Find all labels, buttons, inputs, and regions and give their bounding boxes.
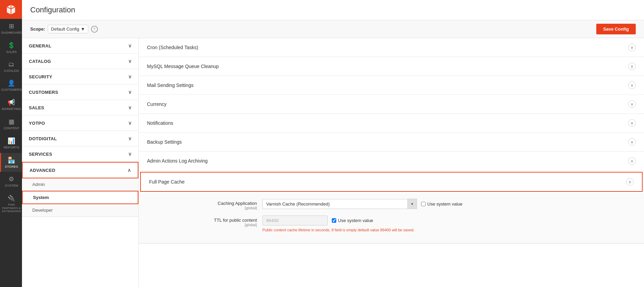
sidebar-label-partners: FIND PARTNERS & EXTENSIONS: [2, 203, 21, 213]
nav-label-advanced: ADVANCED: [30, 168, 55, 173]
currency-toggle[interactable]: ∨: [628, 100, 636, 108]
config-section-header-mysql[interactable]: MySQL Message Queue Cleanup ∨: [139, 57, 644, 76]
caching-app-use-system-label: Use system value: [427, 201, 463, 207]
sidebar-item-content[interactable]: ▦ CONTENT: [0, 114, 22, 134]
sidebar-label-content: CONTENT: [4, 126, 20, 130]
ttl-public-row: TTL for public content [global] Use syst…: [147, 216, 636, 232]
scope-value: Default Config: [51, 26, 79, 32]
chevron-yotpo: ∨: [128, 120, 132, 126]
caching-app-use-system[interactable]: Use system value: [421, 201, 463, 207]
chevron-security: ∨: [128, 74, 132, 79]
customers-icon: 👤: [8, 79, 15, 87]
caching-app-sub: [global]: [147, 206, 257, 210]
caching-app-select[interactable]: Varnish Cache (Recommended): [262, 199, 407, 209]
nav-section-advanced: ADVANCED ∧ Admin System Developer: [22, 162, 138, 217]
chevron-customers: ∨: [128, 89, 132, 95]
nav-sub-item-developer[interactable]: Developer: [22, 204, 138, 217]
ttl-input[interactable]: [262, 216, 328, 225]
save-config-button[interactable]: Save Config: [596, 24, 636, 34]
caching-app-select-wrapper: Varnish Cache (Recommended) ▼: [262, 199, 417, 209]
caching-app-checkbox[interactable]: [421, 202, 426, 206]
chevron-catalog: ∨: [128, 58, 132, 64]
mail-toggle[interactable]: ∨: [628, 81, 636, 89]
cron-toggle[interactable]: ∨: [628, 44, 636, 51]
sidebar-item-customers[interactable]: 👤 CUSTOMERS: [0, 76, 22, 95]
chevron-advanced: ∧: [127, 167, 131, 173]
nav-label-customers: CUSTOMERS: [29, 90, 58, 95]
nav-section-dotdigital: DOTDIGITAL ∨: [22, 131, 138, 146]
nav-section-header-yotpo[interactable]: YOTPO ∨: [22, 115, 138, 131]
admin-actions-toggle[interactable]: ∨: [628, 157, 636, 165]
nav-section-header-advanced[interactable]: ADVANCED ∧: [22, 162, 138, 178]
caching-app-dropdown-arrow[interactable]: ▼: [407, 199, 417, 209]
nav-section-header-security[interactable]: SECURITY ∨: [22, 69, 138, 84]
ttl-checkbox[interactable]: [332, 218, 336, 223]
nav-sub-item-admin[interactable]: Admin: [22, 178, 138, 191]
nav-section-header-dotdigital[interactable]: DOTDIGITAL ∨: [22, 131, 138, 146]
page-header: Configuration: [22, 0, 644, 20]
main-content: Configuration Scope: Default Config ▼ ? …: [22, 0, 644, 287]
scope-left: Scope: Default Config ▼ ?: [30, 25, 98, 33]
config-section-header-currency[interactable]: Currency ∨: [139, 95, 644, 113]
sidebar-item-marketing[interactable]: 📢 MARKETING: [0, 95, 22, 114]
notifications-toggle[interactable]: ∨: [628, 119, 636, 127]
mail-label: Mail Sending Settings: [147, 82, 193, 88]
sidebar: ⊞ DASHBOARD 💲 SALES 🗂 CATALOG 👤 CUSTOMER…: [0, 0, 22, 287]
sidebar-item-system[interactable]: ⚙ SYSTEM: [0, 172, 22, 191]
fpc-label: Full Page Cache: [149, 179, 185, 185]
help-icon[interactable]: ?: [91, 26, 98, 33]
currency-label: Currency: [147, 101, 167, 107]
mysql-toggle[interactable]: ∨: [628, 63, 636, 70]
nav-sub-item-system[interactable]: System: [22, 191, 138, 204]
system-icon: ⚙: [9, 175, 14, 183]
ttl-use-system-label: Use system value: [338, 218, 373, 223]
nav-section-header-customers[interactable]: CUSTOMERS ∨: [22, 85, 138, 100]
chevron-sales: ∨: [128, 105, 132, 110]
nav-section-general: GENERAL ∨: [22, 38, 138, 54]
sidebar-item-catalog[interactable]: 🗂 CATALOG: [0, 57, 22, 76]
ttl-label-col: TTL for public content [global]: [147, 216, 257, 227]
stores-icon: 🏪: [8, 156, 15, 164]
ttl-use-system[interactable]: Use system value: [332, 218, 373, 223]
admin-actions-label: Admin Actions Log Archiving: [147, 158, 208, 164]
nav-section-header-services[interactable]: SERVICES ∨: [22, 146, 138, 162]
config-section-cron: Cron (Scheduled Tasks) ∨: [139, 38, 644, 57]
sidebar-item-reports[interactable]: 📊 REPORTS: [0, 134, 22, 153]
ttl-hint: Public content cache lifetime in seconds…: [262, 228, 415, 232]
scope-bar: Scope: Default Config ▼ ? Save Config: [22, 20, 644, 38]
nav-section-header-sales[interactable]: SALES ∨: [22, 100, 138, 115]
sidebar-label-stores: STORES: [5, 165, 18, 169]
nav-section-customers: CUSTOMERS ∨: [22, 85, 138, 100]
nav-section-header-catalog[interactable]: CATALOG ∨: [22, 54, 138, 69]
fpc-toggle[interactable]: ∧: [626, 178, 634, 186]
sidebar-item-dashboard[interactable]: ⊞ DASHBOARD: [0, 19, 22, 38]
nav-section-header-general[interactable]: GENERAL ∨: [22, 38, 138, 53]
nav-label-security: SECURITY: [29, 74, 52, 79]
sidebar-label-customers: CUSTOMERS: [1, 88, 22, 92]
nav-label-services: SERVICES: [29, 152, 52, 157]
config-section-header-cron[interactable]: Cron (Scheduled Tasks) ∨: [139, 38, 644, 57]
content-area: GENERAL ∨ CATALOG ∨ SECURITY ∨ CUSTOMERS: [22, 38, 644, 287]
config-section-mysql: MySQL Message Queue Cleanup ∨: [139, 57, 644, 76]
backup-toggle[interactable]: ∨: [628, 138, 636, 146]
config-section-admin-actions: Admin Actions Log Archiving ∨: [139, 152, 644, 170]
sidebar-label-system: SYSTEM: [5, 184, 18, 188]
magento-logo: [0, 0, 22, 19]
config-section-header-backup[interactable]: Backup Settings ∨: [139, 133, 644, 151]
catalog-icon: 🗂: [8, 61, 14, 68]
sidebar-label-dashboard: DASHBOARD: [1, 31, 22, 35]
sidebar-item-find-partners[interactable]: 🔌 FIND PARTNERS & EXTENSIONS: [0, 191, 22, 217]
config-section-header-admin-actions[interactable]: Admin Actions Log Archiving ∨: [139, 152, 644, 170]
config-section-header-notifications[interactable]: Notifications ∨: [139, 114, 644, 132]
config-section-header-fpc[interactable]: Full Page Cache ∧: [140, 172, 643, 192]
sidebar-label-sales: SALES: [6, 50, 17, 54]
config-section-backup: Backup Settings ∨: [139, 133, 644, 152]
sidebar-item-sales[interactable]: 💲 SALES: [0, 38, 22, 57]
caching-app-label-col: Caching Application [global]: [147, 199, 257, 210]
reports-icon: 📊: [8, 137, 15, 145]
config-section-fpc: Full Page Cache ∧ Caching Application [g…: [139, 172, 644, 244]
config-section-header-mail[interactable]: Mail Sending Settings ∨: [139, 76, 644, 95]
sidebar-item-stores[interactable]: 🏪 STORES: [0, 153, 22, 172]
scope-select[interactable]: Default Config ▼: [48, 25, 88, 33]
nav-section-sales: SALES ∨: [22, 100, 138, 115]
